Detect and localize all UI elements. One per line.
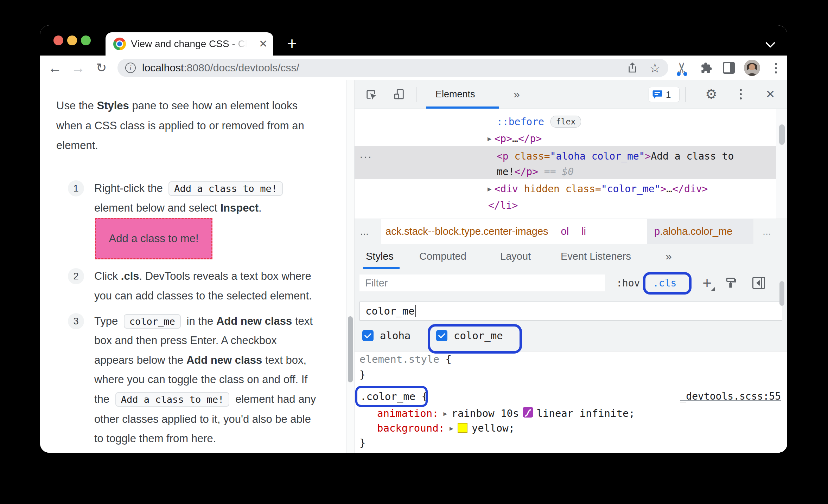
site-info-icon[interactable]: i (125, 63, 136, 73)
stylesheet-source-link[interactable]: _devtools.scss:55 (680, 389, 781, 404)
rule-color-me[interactable]: .color_me { _devtools.scss:55 animation:… (355, 383, 787, 453)
text-token: Add new class (216, 315, 292, 327)
dom-node-li-close[interactable]: </li> (488, 197, 518, 214)
declaration-background[interactable]: background:▶yellow; (377, 420, 515, 436)
expand-arrow-icon: ▶ (488, 180, 491, 197)
breadcrumb-overflow-left[interactable]: ... (360, 219, 369, 244)
more-panels-icon[interactable]: » (514, 80, 520, 108)
styles-filter-input[interactable] (359, 274, 605, 291)
tab-elements[interactable]: Elements (435, 80, 475, 108)
chevron-down-icon[interactable] (766, 39, 775, 47)
text-token: > (660, 183, 666, 195)
doc-line: Type color_me in the Add new class text (94, 313, 313, 330)
back-button[interactable]: ← (46, 56, 64, 80)
page-scrollbar[interactable] (346, 80, 355, 453)
styles-scrollbar-thumb[interactable] (779, 281, 784, 306)
node-overflow-dots[interactable]: ··· (359, 148, 372, 165)
bookmark-star-icon[interactable]: ☆ (649, 61, 661, 76)
dom-node-p-selected-line2[interactable]: me!</p> == $0 (497, 163, 574, 180)
active-tab-underline (426, 106, 499, 109)
devtools-menu-icon[interactable] (730, 80, 751, 108)
text-token: … (666, 183, 672, 195)
text-token: text (292, 315, 313, 327)
maximize-window-button[interactable] (81, 35, 91, 45)
step-number: 1 (68, 180, 84, 196)
rule-element-style[interactable]: element.style { } (355, 351, 787, 383)
doc-line: the Add a class to me! element had any (94, 391, 316, 408)
breadcrumb-selected-node[interactable]: p.aloha.color_me (647, 219, 753, 244)
inspect-element-icon[interactable] (361, 80, 382, 108)
browser-menu-icon[interactable] (769, 61, 783, 75)
dom-node-p-collapsed[interactable]: ▶<p>…</p> (488, 130, 542, 147)
declaration-animation[interactable]: animation:▶rainbow 10slinear infinite; (377, 406, 635, 421)
toggle-cls-button[interactable]: .cls (653, 269, 676, 297)
text-token: appears below the (94, 354, 186, 366)
device-toolbar-icon[interactable] (389, 80, 410, 108)
dom-node-div-hidden[interactable]: ▶<div hidden class="color_me">…</div> (488, 180, 708, 197)
rendering-emulation-icon[interactable] (721, 269, 740, 297)
text-token: pane to see how an element looks (129, 99, 298, 112)
dom-scrollbar[interactable] (776, 109, 787, 219)
class-toggle-aloha[interactable]: aloha (362, 328, 410, 344)
reload-button[interactable]: ↻ (92, 56, 110, 80)
more-tabs-icon[interactable]: » (665, 244, 672, 269)
profile-avatar[interactable] (744, 60, 760, 76)
checkbox-checked-icon[interactable] (436, 330, 447, 341)
text-token: . DevTools reveals a text box where (139, 270, 311, 282)
text-token: Right-click the (94, 182, 166, 194)
text-token: Type (94, 315, 121, 327)
close-window-button[interactable] (53, 35, 63, 45)
new-style-rule-button[interactable]: + (698, 269, 716, 297)
add-new-class-input[interactable]: color_me (359, 302, 782, 321)
sidebar-toggle-icon[interactable] (749, 269, 768, 297)
class-toggle-color-me[interactable]: color_me (436, 328, 503, 344)
breadcrumb-overflow-right[interactable]: ... (763, 219, 771, 244)
doc-line: to toggle them from here. (94, 430, 216, 447)
dom-node-before-pseudo[interactable]: ::beforeflex (497, 113, 581, 130)
window-controls[interactable] (53, 35, 91, 45)
minimize-window-button[interactable] (67, 35, 77, 45)
doc-line: other classes applied to it, you'd also … (94, 411, 311, 428)
rule-close-brace: } (359, 435, 365, 451)
checkbox-checked-icon[interactable] (362, 330, 374, 341)
rule-close-brace: } (359, 367, 365, 382)
rule-selector-line[interactable]: element.style { (359, 351, 452, 367)
settings-gear-icon[interactable]: ⚙ (701, 80, 722, 108)
tab-layout[interactable]: Layout (500, 244, 531, 269)
browser-toolbar: ← → ↻ i localhost:8080/docs/devtools/css… (40, 56, 787, 80)
text-token: .cls (121, 270, 139, 282)
toggle-hov-button[interactable]: :hov (616, 269, 640, 297)
text-token: Styles (97, 99, 129, 112)
text-token: in the (184, 315, 216, 327)
bezier-swatch-icon (523, 407, 533, 418)
divider (416, 87, 416, 102)
side-panel-icon[interactable] (719, 56, 738, 80)
scissors-extension-icon[interactable]: ✂ (673, 56, 692, 80)
text-token: yellow; (472, 422, 515, 434)
rule-selector[interactable]: .color_me { (360, 389, 428, 404)
issues-badge[interactable]: 1 (649, 87, 680, 102)
new-tab-button[interactable]: + (282, 33, 302, 53)
add-class-demo-box[interactable]: Add a class to me! (95, 218, 212, 259)
text-token: "color_me" (601, 183, 661, 195)
text-token: == (538, 166, 562, 177)
tab-styles[interactable]: Styles (366, 244, 394, 269)
extensions-puzzle-icon[interactable] (696, 56, 715, 80)
address-bar[interactable]: i localhost:8080/docs/devtools/css/ ☆ (117, 59, 668, 77)
tab-close-icon[interactable]: ✕ (259, 39, 268, 49)
browser-tab[interactable]: View and change CSS - Chrome ✕ (106, 32, 273, 56)
tab-strip: View and change CSS - Chrome ✕ + (40, 25, 787, 56)
devtools-close-icon[interactable]: ✕ (760, 80, 781, 108)
doc-line: Use the Styles pane to see how an elemen… (56, 97, 298, 114)
share-icon[interactable] (627, 62, 638, 73)
dom-node-p-selected-line1[interactable]: <p class="aloha color_me">Add a class to (497, 148, 734, 165)
scrollbar-thumb[interactable] (348, 316, 353, 382)
tab-event-listeners[interactable]: Event Listeners (561, 244, 631, 269)
breadcrumb-ancestors[interactable]: ack.stack--block.type.center-imagesolli (381, 219, 647, 244)
scrollbar-thumb[interactable] (779, 124, 785, 145)
tab-computed[interactable]: Computed (419, 244, 466, 269)
tab-title: View and change CSS - Chrome (131, 38, 247, 50)
text-token: $0 (562, 166, 574, 177)
selector-text[interactable]: .color_me (360, 390, 415, 402)
forward-button[interactable]: → (69, 56, 87, 80)
